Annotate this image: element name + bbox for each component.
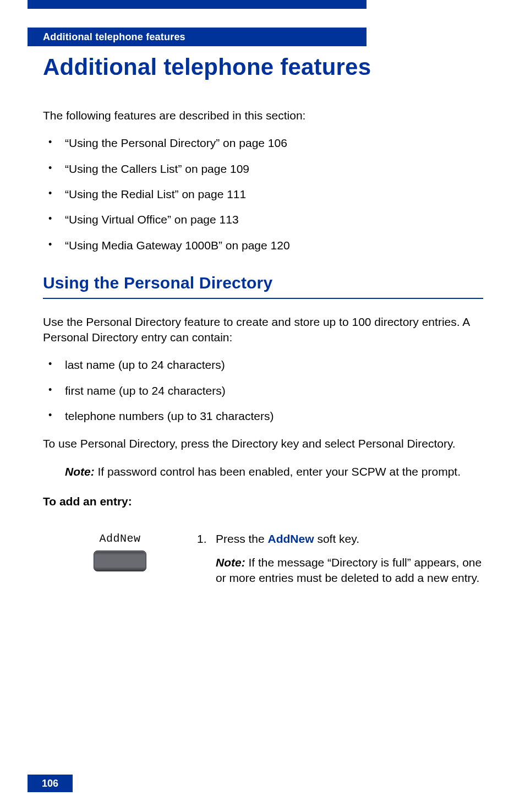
note-label: Note: xyxy=(216,556,245,569)
running-header: Additional telephone features xyxy=(28,28,367,46)
content-area: The following features are described in … xyxy=(43,108,483,586)
list-item: telephone numbers (up to 31 characters) xyxy=(43,408,483,424)
directory-field-list: last name (up to 24 characters) first na… xyxy=(43,357,483,424)
page: Additional telephone features Additional… xyxy=(0,0,525,812)
list-item-text: “Using Virtual Office” on page 113 xyxy=(65,213,239,226)
list-item-text: “Using Media Gateway 1000B” on page 120 xyxy=(65,239,290,252)
step-row: AddNew 1. Press the AddNew soft key. Not… xyxy=(43,531,483,586)
top-blue-strip xyxy=(28,0,367,9)
usage-paragraph: To use Personal Directory, press the Dir… xyxy=(43,436,483,451)
list-item: “Using the Redial List” on page 111 xyxy=(43,187,483,202)
softkey-column: AddNew xyxy=(43,531,197,571)
step-body: Press the AddNew soft key. xyxy=(216,531,483,547)
list-item: “Using Media Gateway 1000B” on page 120 xyxy=(43,238,483,253)
feature-list: “Using the Personal Directory” on page 1… xyxy=(43,135,483,253)
list-item-text: telephone numbers (up to 31 characters) xyxy=(65,410,274,422)
step-note: Note: If the message “Directory is full”… xyxy=(197,555,483,586)
section-heading: Using the Personal Directory xyxy=(43,272,483,295)
list-item: first name (up to 24 characters) xyxy=(43,383,483,399)
step-line: 1. Press the AddNew soft key. xyxy=(197,531,483,547)
list-item-text: “Using the Redial List” on page 111 xyxy=(65,188,246,200)
list-item: last name (up to 24 characters) xyxy=(43,357,483,373)
list-item: “Using Virtual Office” on page 113 xyxy=(43,212,483,227)
running-header-text: Additional telephone features xyxy=(43,31,185,43)
page-number: 106 xyxy=(28,775,73,792)
subheading: To add an entry: xyxy=(43,494,483,509)
list-item-text: “Using the Personal Directory” on page 1… xyxy=(65,137,287,149)
step-text-column: 1. Press the AddNew soft key. Note: If t… xyxy=(197,531,483,586)
list-item-text: last name (up to 24 characters) xyxy=(65,358,225,371)
intro-paragraph: The following features are described in … xyxy=(43,108,483,123)
section-intro: Use the Personal Directory feature to cr… xyxy=(43,314,483,346)
page-title: Additional telephone features xyxy=(43,54,371,80)
step-text-suffix: soft key. xyxy=(314,532,359,545)
step-text-prefix: Press the xyxy=(216,532,268,545)
softkey-label: AddNew xyxy=(99,531,140,546)
list-item: “Using the Callers List” on page 109 xyxy=(43,161,483,177)
page-number-text: 106 xyxy=(42,778,58,789)
note-block: Note: If password control has been enabl… xyxy=(43,464,483,479)
list-item-text: “Using the Callers List” on page 109 xyxy=(65,162,249,175)
note-body: If the message “Directory is full” appea… xyxy=(216,556,482,584)
list-item: “Using the Personal Directory” on page 1… xyxy=(43,135,483,151)
step-number: 1. xyxy=(197,531,216,547)
note-body: If password control has been enabled, en… xyxy=(95,465,461,478)
section-heading-rule xyxy=(43,298,483,299)
softkey-button-icon xyxy=(94,551,146,571)
note-label: Note: xyxy=(65,465,95,478)
softkey-name: AddNew xyxy=(268,532,314,545)
list-item-text: first name (up to 24 characters) xyxy=(65,384,226,397)
